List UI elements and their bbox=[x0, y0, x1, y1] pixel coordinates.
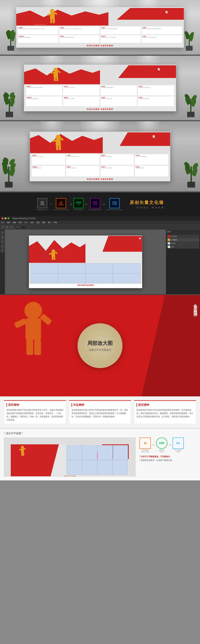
note-2: * 效果图仅供参考，以实际平面图为准 bbox=[139, 459, 196, 462]
wall-slogan-2: 传承红色基因 弘扬革命精神 bbox=[24, 108, 176, 111]
zip-icon: ZIP 压缩包 bbox=[37, 198, 47, 208]
svg-rect-17 bbox=[59, 145, 61, 150]
svg-point-6 bbox=[54, 68, 58, 72]
tool-crop[interactable]: ⊡ bbox=[1, 235, 5, 239]
mini-cell-2 bbox=[82, 445, 97, 460]
editor-canvas: 红色 ⌣ ⌣ 传承红色基因 弘扬革命精神 bbox=[29, 236, 142, 288]
card-1: 苏区精神 苏区精神是中国共产党在艰苦卓绝的革命斗争中，在建立革命根据地的过程中形… bbox=[4, 400, 66, 424]
menu-file[interactable]: 文件 bbox=[1, 221, 5, 224]
cell-3-8: 红岩精神从容迎接挑战的英雄气概... bbox=[135, 166, 168, 177]
cell-3: 延安精神 自力更生、艰苦奋斗的延安精神是宝贵精神财富... bbox=[100, 26, 141, 34]
yellow-figure-1 bbox=[44, 8, 61, 24]
wall-display-section-2: 红色 ⌣ ⌣ 建党精神中国共产党在艰苦奋斗的革命历程中形成的精神... 长征精神… bbox=[0, 56, 200, 120]
card-2-title: 长征精神 bbox=[72, 403, 128, 407]
tool-select[interactable]: ↖ bbox=[1, 231, 5, 234]
svg-rect-25 bbox=[25, 318, 41, 340]
menu-select[interactable]: 选择 bbox=[30, 221, 34, 224]
card-1-title: 苏区精神 bbox=[7, 403, 64, 407]
content-grid-3: 建党精神坚持真理、坚守理想，践行初心... 长征精神乐于吃苦，不惧艰难的革命乐观… bbox=[30, 153, 170, 178]
sw-eps: EPS CC2015 Adobe Illustrator EPS bbox=[88, 198, 102, 211]
vert-text-4: 精 bbox=[193, 307, 198, 308]
source-ai-type: 矢量·C型矢量 bbox=[141, 451, 149, 453]
wall-board-2: 红色 ⌣ ⌣ 建党精神中国共产党在艰苦奋斗的革命历程中形成的精神... 长征精神… bbox=[24, 64, 176, 111]
menu-edit[interactable]: 编辑 bbox=[7, 221, 10, 224]
layers-panel-title: 图层 bbox=[166, 230, 200, 234]
mini-grid bbox=[67, 445, 128, 475]
editor-titlebar: Adobe Photoshop CC2015 bbox=[0, 216, 200, 221]
tool-btn-2[interactable]: ⊞ bbox=[6, 226, 9, 229]
card-1-text: 苏区精神是中国共产党在艰苦卓绝的革命斗争中，在建立革命根据地的过程中形成的宝贵精… bbox=[7, 408, 64, 422]
cell-3-2: 长征精神乐于吃苦，不惧艰难的革命乐观主义... bbox=[66, 154, 100, 165]
source-label: * 源文件平面图 * bbox=[4, 432, 196, 435]
menu-view[interactable]: 视图 bbox=[42, 221, 46, 224]
tool-btn-1[interactable]: ✦ bbox=[1, 226, 5, 229]
card-3: 延安精神 延安精神是中国共产党在延安时期培育的革命精神，其主要内容是：坚定正确的… bbox=[134, 400, 196, 424]
tool-brush[interactable]: ✏ bbox=[1, 240, 5, 244]
menu-filter[interactable]: 滤镜 bbox=[36, 221, 40, 224]
svg-rect-33 bbox=[24, 448, 26, 450]
menu-layer[interactable]: 图层 bbox=[19, 221, 22, 224]
menu-type[interactable]: 文字 bbox=[25, 221, 28, 224]
source-plus-1: + bbox=[152, 443, 154, 447]
tool-btn-3[interactable]: ◎ bbox=[10, 226, 14, 229]
zoom-title: 局部放大图 bbox=[87, 340, 113, 347]
tool-text[interactable]: T bbox=[1, 248, 5, 252]
wall-board-3: 红色 ⌣ ⌣ ⌣ 建党精神坚持真理、坚守理想，践行初心... 长征精神乐于吃苦，… bbox=[30, 132, 170, 181]
cell-2-4: 苏区精神苏区精神体现了党的优良传统作风... bbox=[137, 85, 174, 96]
cell-3-7: 抗战精神万众一心、共御外侮的民族精神... bbox=[100, 166, 134, 177]
svg-rect-28 bbox=[26, 340, 33, 355]
layer-3[interactable]: 内容格 bbox=[167, 242, 199, 245]
layer-thumb-3 bbox=[168, 242, 170, 244]
vert-text-2: 革 bbox=[193, 303, 198, 304]
close-btn[interactable] bbox=[2, 218, 4, 219]
cdr-label: CorelDRAW X3 bbox=[74, 209, 83, 211]
canvas-birds: ⌣ ⌣ bbox=[135, 236, 137, 238]
svg-rect-5 bbox=[53, 19, 55, 23]
vert-text-5: 神 bbox=[193, 310, 198, 310]
minimize-btn[interactable] bbox=[5, 218, 7, 219]
cell-2: 长征精神 红军不怕远征难，万水千山只等闲，长征精神激励后人不断前行... bbox=[59, 26, 100, 34]
content-grid-1: 建党精神 中国共产党伟大建党精神内容，坚持真理、坚守理想，践行初心、担当使命..… bbox=[16, 26, 184, 44]
yellow-figure-3 bbox=[49, 134, 67, 151]
layer-2[interactable]: 人物图形 bbox=[167, 238, 199, 242]
editor-left-panel: ↖ ⊡ ✏ ◻ T bbox=[0, 230, 5, 294]
editor-toolbar: ✦ ⊞ ◎ 33.33% bbox=[0, 224, 200, 230]
source-ai: Ai Ai cc2015 矢量·C型矢量 bbox=[139, 438, 151, 453]
layer-4[interactable]: 背景 bbox=[167, 245, 199, 248]
spotlight-right-3 bbox=[136, 121, 160, 133]
canvas-cell-7 bbox=[86, 274, 113, 284]
birds-3: ⌣ ⌣ ⌣ bbox=[147, 133, 151, 134]
source-ps-ver: PS cc2015 bbox=[174, 449, 182, 451]
menu-image[interactable]: 图像 bbox=[13, 221, 16, 224]
mini-wall-preview: 传承红色基因 弘扬革命精神 bbox=[11, 444, 129, 476]
source-cdr-ver: CDR x3 bbox=[159, 449, 164, 451]
svg-rect-35 bbox=[23, 452, 24, 456]
svg-point-24 bbox=[25, 302, 42, 319]
psd-label: Adobe Photoshop CC2015 bbox=[106, 209, 123, 211]
sw-zip: ZIP 压缩包 压缩包包含以下文件 bbox=[36, 198, 49, 211]
layer-1[interactable]: 红色形状 bbox=[167, 235, 199, 238]
zoom-display: 33.33% bbox=[15, 226, 26, 229]
note-1: * 文件尺寸可随意更改，可无限放大 bbox=[139, 455, 196, 458]
maximize-btn[interactable] bbox=[8, 218, 9, 219]
canvas-content-grid bbox=[29, 263, 142, 284]
cell-3-5: 西柏坡精神谦虚谨慎不骄不躁的精神... bbox=[32, 166, 65, 177]
red-ribbon-3 bbox=[120, 132, 170, 146]
source-ps-type: 含预置 bbox=[176, 451, 180, 453]
plant-right-3 bbox=[185, 145, 197, 188]
svg-point-0 bbox=[50, 9, 55, 14]
svg-rect-10 bbox=[54, 77, 56, 81]
red-ribbon-right-1 bbox=[117, 8, 184, 20]
canvas-cell-8 bbox=[113, 274, 140, 284]
deco-line-1 bbox=[34, 24, 46, 24]
eps-icon: EPS CC2015 bbox=[90, 198, 100, 208]
birds-1: ⌣ ⌣ ⌣ bbox=[157, 8, 160, 10]
menu-window[interactable]: 窗口 bbox=[48, 221, 51, 224]
software-bar-section: ZIP 压缩包 压缩包包含以下文件 − Ai CC2015 Adobe Illu… bbox=[0, 193, 200, 216]
tool-eraser[interactable]: ◻ bbox=[1, 244, 5, 248]
canvas-selection-box bbox=[45, 249, 64, 262]
svg-rect-16 bbox=[56, 145, 58, 150]
canvas-cell-2 bbox=[58, 264, 85, 273]
menu-help[interactable]: 帮助 bbox=[54, 221, 57, 224]
ai-label: Adobe Illustrator CC2015 bbox=[53, 209, 69, 211]
